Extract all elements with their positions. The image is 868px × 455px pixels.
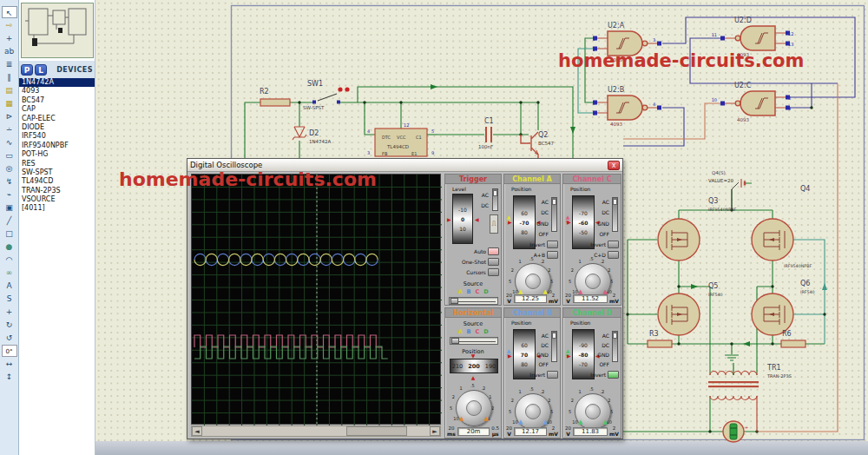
voltage-probe-icon[interactable]: ↯ (2, 175, 17, 188)
drum-arrow-left-icon: ▶ (508, 353, 512, 359)
2d-arc-icon[interactable]: ◠ (2, 254, 17, 266)
trigger-edge-selector[interactable]: ⎍ (490, 214, 498, 234)
channel-b-panel: Channel B Position ▲▼ ▶ 607080 ◀ ACDCGND… (503, 307, 561, 439)
screen-hscrollbar[interactable]: ◄ ► (191, 425, 441, 437)
coupling-labels: ACDCGNDOFF (536, 197, 549, 241)
2d-box-icon[interactable]: □ (2, 228, 17, 240)
subcircuit-icon[interactable]: ▤ (2, 84, 17, 96)
left-toolbar: ↖⇨+ab≣∥▤▦⊳∸∿▭◎↯⌁▣╱□●◠∞AS+↻↺0°↔↕ (0, 0, 19, 455)
2d-line-icon[interactable]: ╱ (2, 214, 17, 227)
trigger-source-slider[interactable] (449, 297, 498, 305)
position-label: Position (570, 186, 590, 192)
scroll-right-icon[interactable]: ► (430, 426, 440, 436)
one-shot-button[interactable] (488, 258, 499, 266)
tape-recorder-icon[interactable]: ▭ (2, 149, 17, 162)
horizontal-source-channels[interactable]: ABCD (445, 328, 501, 335)
invert-button[interactable] (608, 371, 619, 379)
device-list-item[interactable]: RES (19, 160, 95, 168)
rotate-ccw-icon[interactable]: ↺ (2, 332, 17, 344)
library-button[interactable]: L (35, 64, 47, 76)
2d-marker-icon[interactable]: + (2, 306, 17, 318)
mirror-horizontal-icon[interactable]: ↔ (2, 358, 17, 370)
object-selector-panel: P L DEVICES 1N4742A4093BC547CAPCAP-ELECD… (19, 0, 95, 455)
trigger-title: Trigger (445, 175, 501, 184)
source-channel-c[interactable]: C (475, 328, 479, 335)
rotate-cw-icon[interactable]: ↻ (2, 319, 17, 331)
drum-arrow-left-icon: ▶ (447, 216, 451, 222)
bus-icon[interactable]: ∥ (2, 71, 17, 83)
generator-icon[interactable]: ◎ (2, 162, 17, 175)
source-channel-b[interactable]: B (466, 328, 470, 335)
invert-button[interactable] (608, 241, 619, 248)
oscilloscope-screen (191, 174, 441, 425)
2d-symbol-icon[interactable]: S (2, 293, 17, 305)
source-channel-b[interactable]: B (466, 288, 470, 295)
source-channel-a[interactable]: A (457, 328, 462, 335)
2d-text-icon[interactable]: A (2, 280, 17, 292)
coupling-switch[interactable] (551, 331, 557, 362)
level-label: Level (452, 186, 466, 192)
channel-a-title: Channel A (504, 175, 560, 184)
2d-path-icon[interactable]: ∞ (2, 267, 17, 279)
selection-cursor-icon[interactable]: ↖ (2, 6, 17, 18)
coupling-switch[interactable] (551, 197, 557, 232)
junction-dot-icon[interactable]: + (2, 32, 17, 44)
device-list-item[interactable]: VSOURCE (19, 195, 95, 204)
invert-button[interactable] (547, 371, 558, 379)
watermark-text: homemade-circuits.com (558, 50, 804, 71)
invert-button[interactable] (547, 241, 558, 248)
coupling-labels: ACDCGNDOFF (536, 331, 549, 369)
device-list-item[interactable]: 4093 (19, 87, 95, 96)
virtual-instrument-icon[interactable]: ▣ (2, 201, 17, 214)
position-label: Position (511, 320, 531, 326)
coupling-switch[interactable] (612, 331, 618, 362)
scroll-thumb[interactable] (346, 426, 407, 436)
device-list-item[interactable]: SW-SPST (19, 168, 95, 177)
source-channel-d[interactable]: D (483, 288, 488, 295)
drum-arrow-left-icon: ▶ (508, 219, 512, 225)
device-list-item[interactable]: TRAN-2P3S (19, 187, 95, 195)
coupling-labels: ACDCGNDOFF (597, 197, 609, 241)
trigger-level-drum[interactable]: -10010 (452, 194, 473, 244)
device-pin-icon[interactable]: ∸ (2, 123, 17, 135)
device-list-item[interactable]: DIODE (19, 123, 95, 132)
cursors-button[interactable] (488, 268, 499, 276)
channel-c-readout: 11.52 (573, 294, 608, 303)
graph-mode-icon[interactable]: ∿ (2, 136, 17, 148)
auto-button[interactable] (488, 247, 499, 255)
component-mode-icon[interactable]: ⇨ (2, 19, 17, 31)
current-probe-icon[interactable]: ⌁ (2, 188, 17, 201)
pick-devices-button[interactable]: P (21, 64, 33, 76)
device-list-item[interactable]: CAP (19, 105, 95, 114)
source-channel-d[interactable]: D (483, 328, 488, 335)
mirror-vertical-icon[interactable]: ↕ (2, 371, 17, 383)
device-list-item[interactable]: BC547 (19, 96, 95, 105)
device-list-item[interactable]: CAP-ELEC (19, 115, 95, 123)
trigger-coupling-switch[interactable] (492, 188, 498, 211)
device-list-item[interactable]: IRF540 (19, 132, 95, 141)
coupling-switch[interactable] (612, 197, 618, 232)
close-button[interactable]: x (608, 161, 620, 170)
horizontal-position-drum[interactable]: 210200190 (450, 359, 498, 373)
horizontal-panel: Horizontal Source ABCD Position ▼ 210200… (444, 307, 502, 439)
device-list-item[interactable]: [4011] (19, 204, 95, 213)
text-script-icon[interactable]: ≣ (2, 58, 17, 70)
trigger-source-channels[interactable]: ABCD (445, 288, 501, 295)
device-list-item[interactable]: POT-HG (19, 150, 95, 159)
rotate-angle-field[interactable]: 0° (2, 345, 17, 357)
preview-pane[interactable] (21, 3, 94, 58)
terminal-icon[interactable]: ⊳ (2, 110, 17, 122)
scroll-left-icon[interactable]: ◄ (192, 426, 202, 436)
wire-label-icon[interactable]: ab (2, 45, 17, 57)
channel-d-trace (194, 346, 388, 359)
device-list-item[interactable]: 1N4742A (19, 78, 95, 87)
device-list-item[interactable]: IRF9540NPBF (19, 142, 95, 150)
2d-circle-icon[interactable]: ● (2, 241, 17, 253)
component-icon[interactable]: ▦ (2, 97, 17, 109)
oscilloscope-window[interactable]: Digital Oscilloscope x ◄ ► Trigger Level… (187, 158, 623, 439)
horizontal-source-slider[interactable] (450, 337, 498, 345)
source-channel-c[interactable]: C (475, 288, 479, 295)
source-channel-a[interactable]: A (457, 288, 462, 295)
drum-arrow-down-icon: ▼ (445, 353, 501, 359)
device-list-item[interactable]: TL494CD (19, 177, 95, 186)
